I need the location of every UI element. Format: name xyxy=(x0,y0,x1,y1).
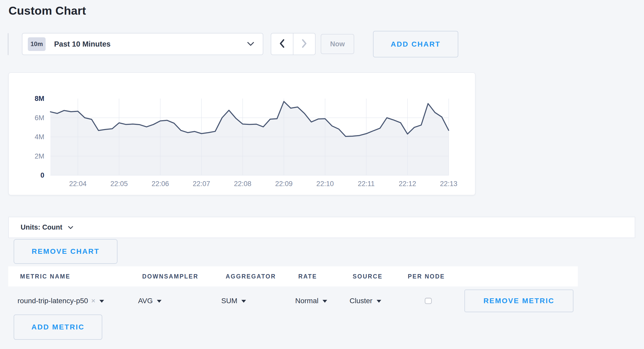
column-header-metric-name: METRIC NAME xyxy=(20,273,70,280)
svg-text:22:06: 22:06 xyxy=(151,180,169,188)
triangle-down-icon xyxy=(157,300,162,303)
now-button[interactable]: Now xyxy=(321,34,354,54)
column-header-aggregator: AGGREGATOR xyxy=(226,273,276,280)
page-title: Custom Chart xyxy=(9,4,86,18)
time-range-badge: 10m xyxy=(28,37,46,51)
chevron-right-icon xyxy=(301,39,307,49)
svg-text:22:04: 22:04 xyxy=(69,180,87,188)
svg-text:22:10: 22:10 xyxy=(316,180,334,188)
column-header-per-node: PER NODE xyxy=(408,273,445,280)
add-chart-button[interactable]: ADD CHART xyxy=(373,31,458,57)
triangle-down-icon xyxy=(323,300,327,303)
metric-row: round-trip-latency-p50 × AVG SUM Normal … xyxy=(8,286,635,315)
svg-text:22:08: 22:08 xyxy=(234,180,251,188)
remove-metric-button[interactable]: REMOVE METRIC xyxy=(464,290,573,312)
rate-select[interactable]: Normal xyxy=(295,297,327,305)
chevron-down-icon xyxy=(68,226,73,229)
svg-text:4M: 4M xyxy=(35,133,44,141)
time-step-group xyxy=(271,33,316,55)
downsampler-select[interactable]: AVG xyxy=(138,297,162,305)
metric-name-select[interactable]: round-trip-latency-p50 × xyxy=(18,297,104,305)
svg-text:0: 0 xyxy=(40,171,44,179)
timeseries-chart-card: 22:0422:0522:0622:0722:0822:0922:1022:11… xyxy=(8,72,476,195)
svg-text:8M: 8M xyxy=(35,95,44,102)
remove-chart-button[interactable]: REMOVE CHART xyxy=(14,239,117,264)
metric-name-value: round-trip-latency-p50 xyxy=(18,297,88,305)
source-select[interactable]: Cluster xyxy=(350,297,381,305)
column-header-source: SOURCE xyxy=(353,273,383,280)
svg-text:22:05: 22:05 xyxy=(110,180,128,188)
units-label: Units: Count xyxy=(21,223,62,231)
time-range-dropdown[interactable]: 10m Past 10 Minutes xyxy=(22,33,263,55)
svg-text:22:12: 22:12 xyxy=(399,180,416,188)
aggregator-select[interactable]: SUM xyxy=(221,297,246,305)
rate-value: Normal xyxy=(295,297,318,305)
source-value: Cluster xyxy=(350,297,372,305)
svg-text:22:07: 22:07 xyxy=(193,180,210,188)
svg-text:22:09: 22:09 xyxy=(275,180,293,188)
chevron-down-icon xyxy=(247,42,254,46)
svg-text:2M: 2M xyxy=(35,152,44,160)
svg-text:22:13: 22:13 xyxy=(440,180,457,188)
triangle-down-icon xyxy=(99,300,104,303)
svg-text:22:11: 22:11 xyxy=(358,180,375,188)
downsampler-value: AVG xyxy=(138,297,153,305)
time-range-label: Past 10 Minutes xyxy=(54,40,111,48)
remove-tag-icon[interactable]: × xyxy=(91,297,95,305)
triangle-down-icon xyxy=(241,300,246,303)
add-metric-button[interactable]: ADD METRIC xyxy=(14,315,102,340)
timeseries-chart: 22:0422:0522:0622:0722:0822:0922:1022:11… xyxy=(8,72,476,195)
toolbar-accent-rule xyxy=(8,33,9,55)
column-header-downsampler: DOWNSAMPLER xyxy=(142,273,198,280)
aggregator-value: SUM xyxy=(221,297,237,305)
svg-text:6M: 6M xyxy=(35,114,44,122)
metrics-table-header: METRIC NAME DOWNSAMPLER AGGREGATOR RATE … xyxy=(8,266,578,286)
triangle-down-icon xyxy=(377,300,381,303)
chevron-left-icon xyxy=(279,39,285,49)
per-node-checkbox[interactable] xyxy=(425,298,432,304)
units-dropdown[interactable]: Units: Count xyxy=(8,217,635,238)
time-step-back-button[interactable] xyxy=(271,33,293,55)
column-header-rate: RATE xyxy=(298,273,317,280)
time-step-forward-button[interactable] xyxy=(293,33,315,55)
